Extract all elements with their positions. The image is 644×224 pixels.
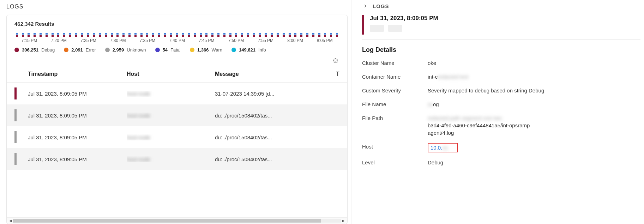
scroll-left-icon[interactable]: ◀ (8, 218, 13, 223)
sparkline-bar[interactable] (86, 30, 91, 37)
sparkline-bar[interactable] (91, 30, 96, 37)
cell-host: host-node (127, 156, 215, 162)
sparkline-bar[interactable] (74, 30, 79, 37)
severity-bar (362, 15, 364, 35)
cell-message: du: ./proc/1508402/tas... (215, 113, 347, 119)
sparkline-bar[interactable] (210, 30, 215, 37)
breadcrumb[interactable]: LOGS (362, 3, 644, 15)
sparkline-bar[interactable] (335, 30, 339, 37)
table-row[interactable]: Jul 31, 2023, 8:09:05 PMhost-node31-07-2… (7, 83, 347, 104)
sparkline-bar[interactable] (121, 30, 126, 37)
svg-point-0 (335, 60, 336, 61)
sparkline-bar[interactable] (275, 30, 280, 37)
sparkline-bar[interactable] (26, 30, 31, 37)
time-tick: 8:00 PM (281, 38, 310, 43)
legend-item[interactable]: 149,621Info (231, 47, 266, 53)
legend-label: Debug (41, 47, 55, 53)
sparkline-bar[interactable] (252, 30, 257, 37)
legend-item[interactable]: 1,366Warn (190, 47, 222, 53)
cell-timestamp: Jul 31, 2023, 8:09:05 PM (28, 91, 127, 97)
sparkline-bar[interactable] (139, 30, 144, 37)
col-tail[interactable]: T (336, 71, 339, 77)
sparkline-bar[interactable] (145, 30, 150, 37)
sparkline-bar[interactable] (305, 30, 310, 37)
sparkline-bar[interactable] (80, 30, 85, 37)
time-tick: 7:25 PM (73, 38, 103, 43)
sparkline-bar[interactable] (20, 30, 25, 37)
legend-dot-icon (231, 48, 236, 52)
legend-count: 2,091 (71, 47, 83, 53)
sparkline-bar[interactable] (293, 30, 298, 37)
sparkline-bar[interactable] (163, 30, 168, 37)
sparkline-bar[interactable] (234, 30, 239, 37)
app-root: LOGS 462,342 Results 7:15 PM7:20 PM7:25 … (0, 0, 644, 224)
col-timestamp[interactable]: Timestamp (28, 71, 127, 77)
sparkline-bar[interactable] (198, 30, 203, 37)
sparkline-bar[interactable] (44, 30, 49, 37)
legend-dot-icon (155, 48, 160, 52)
sparkline-bar[interactable] (186, 30, 191, 37)
host-highlight-box: 10.0.xx (428, 143, 458, 152)
sparkline-bar[interactable] (192, 30, 197, 37)
sparkline-bar[interactable] (56, 30, 61, 37)
table-row[interactable]: Jul 31, 2023, 8:09:05 PMhost-nodedu: ./p… (7, 148, 347, 170)
cell-timestamp: Jul 31, 2023, 8:09:05 PM (28, 134, 127, 140)
col-host[interactable]: Host (127, 71, 215, 77)
sparkline-bar[interactable] (299, 30, 304, 37)
sparkline-bar[interactable] (311, 30, 316, 37)
field-cluster-name: Cluster Name oke (362, 59, 644, 67)
table-row[interactable]: Jul 31, 2023, 8:09:05 PMhost-nodedu: ./p… (7, 104, 347, 126)
sparkline-bar[interactable] (169, 30, 174, 37)
sparkline-bar[interactable] (258, 30, 263, 37)
cell-host: host-node (127, 113, 215, 119)
sparkline-bar[interactable] (50, 30, 55, 37)
table-header: Timestamp Host Message T (7, 66, 347, 83)
sparkline-bar[interactable] (157, 30, 162, 37)
sparkline-bar[interactable] (97, 30, 102, 37)
sparkline-chart[interactable]: 7:15 PM7:20 PM7:25 PM7:30 PM7:35 PM7:40 … (7, 30, 347, 43)
table-settings-button[interactable] (331, 56, 340, 65)
sparkline-bar[interactable] (62, 30, 67, 37)
sparkline-bar[interactable] (115, 30, 120, 37)
sparkline-bar[interactable] (263, 30, 268, 37)
table-row[interactable]: Jul 31, 2023, 8:09:05 PMhost-nodedu: ./p… (7, 126, 347, 148)
scroll-right-icon[interactable]: ▶ (341, 218, 346, 223)
legend-item[interactable]: 54Fatal (155, 47, 181, 53)
sparkline-bar[interactable] (222, 30, 227, 37)
col-message[interactable]: Message (215, 71, 336, 77)
host-link[interactable]: 10.0. (431, 145, 442, 151)
legend-item[interactable]: 2,091Error (64, 47, 96, 53)
sparkline-bar[interactable] (287, 30, 292, 37)
field-file-name: File Name xxog (362, 101, 644, 108)
sparkline-bar[interactable] (246, 30, 251, 37)
sparkline-bar[interactable] (329, 30, 333, 37)
sparkline-bar[interactable] (14, 30, 19, 37)
sparkline-bar[interactable] (175, 30, 180, 37)
sparkline-bar[interactable] (317, 30, 322, 37)
legend-item[interactable]: 2,959Unknown (105, 47, 146, 53)
sparkline-bar[interactable] (32, 30, 37, 37)
sparkline-bar[interactable] (151, 30, 156, 37)
time-tick: 8:05 PM (310, 38, 339, 43)
sparkline-bar[interactable] (68, 30, 73, 37)
legend-item[interactable]: 306,251Debug (14, 47, 55, 53)
sparkline-bar[interactable] (127, 30, 132, 37)
sparkline-bar[interactable] (228, 30, 233, 37)
log-details-title: Log Details (362, 46, 644, 54)
sparkline-bar[interactable] (240, 30, 245, 37)
sparkline-bar[interactable] (109, 30, 114, 37)
sparkline-bar[interactable] (38, 30, 43, 37)
tag-chip[interactable] (388, 25, 402, 32)
tag-chip[interactable] (370, 25, 384, 32)
sparkline-bar[interactable] (216, 30, 221, 37)
severity-marker (14, 153, 17, 165)
sparkline-bar[interactable] (281, 30, 286, 37)
sparkline-bar[interactable] (323, 30, 327, 37)
sparkline-bar[interactable] (204, 30, 209, 37)
sparkline-bar[interactable] (180, 30, 185, 37)
sparkline-bar[interactable] (133, 30, 138, 37)
sparkline-bar[interactable] (269, 30, 274, 37)
sparkline-bar[interactable] (103, 30, 108, 37)
horizontal-scrollbar[interactable]: ◀ ▶ (7, 217, 347, 224)
table-body[interactable]: Jul 31, 2023, 8:09:05 PMhost-node31-07-2… (7, 83, 347, 217)
